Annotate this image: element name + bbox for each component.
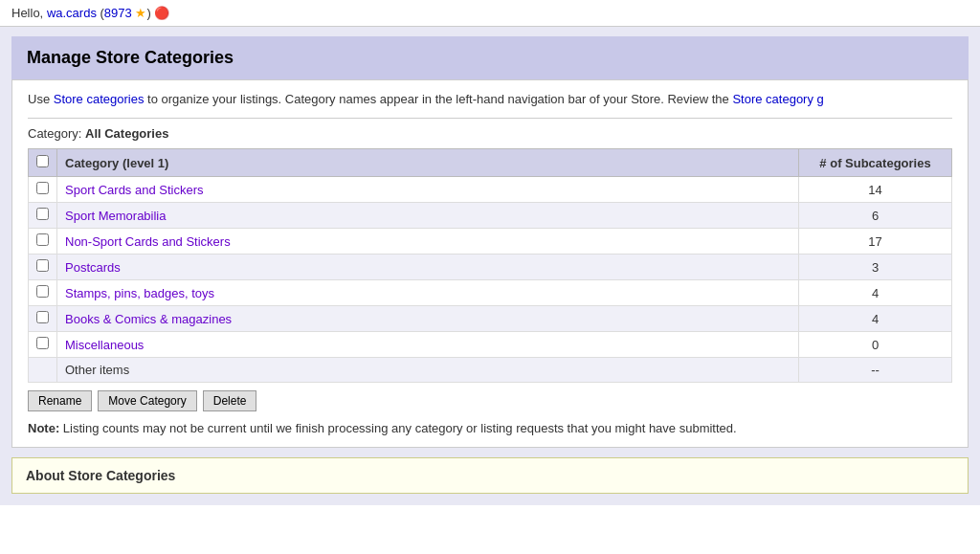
row-checkbox[interactable] bbox=[36, 233, 49, 246]
row-checkbox-cell bbox=[29, 203, 57, 229]
row-subcategories-count: 17 bbox=[799, 229, 952, 255]
other-items-row: Other items-- bbox=[29, 358, 952, 383]
row-checkbox[interactable] bbox=[36, 337, 49, 349]
table-row: Postcards3 bbox=[29, 255, 952, 280]
note-text: Listing counts may not be current until … bbox=[63, 421, 737, 435]
info-prefix: Use bbox=[28, 92, 50, 106]
note-paragraph: Note: Listing counts may not be current … bbox=[28, 421, 952, 435]
row-subcategories-count: 6 bbox=[799, 203, 952, 229]
row-checkbox-cell bbox=[29, 177, 57, 203]
row-category-name: Postcards bbox=[57, 255, 799, 280]
table-row: Miscellaneous0 bbox=[29, 332, 952, 358]
other-items-checkbox-cell bbox=[29, 358, 57, 383]
about-title: About Store Categories bbox=[26, 468, 954, 483]
header-subcategories-col: # of Subcategories bbox=[799, 149, 952, 177]
category-label-text: Category: bbox=[28, 126, 81, 141]
row-checkbox-cell bbox=[29, 332, 57, 358]
row-checkbox[interactable] bbox=[36, 311, 49, 323]
row-checkbox[interactable] bbox=[36, 285, 49, 298]
row-category-name: Non-Sport Cards and Stickers bbox=[57, 229, 799, 255]
username-link[interactable]: wa.cards bbox=[47, 6, 97, 20]
table-header-row: Category (level 1) # of Subcategories bbox=[29, 149, 952, 177]
table-row: Stamps, pins, badges, toys4 bbox=[29, 280, 952, 306]
row-category-name: Books & Comics & magazines bbox=[57, 306, 799, 332]
row-checkbox-cell bbox=[29, 306, 57, 332]
page-header: Manage Store Categories bbox=[11, 36, 969, 79]
row-category-name: Sport Memorabilia bbox=[57, 203, 799, 229]
divider bbox=[28, 118, 952, 119]
other-items-name: Other items bbox=[57, 358, 799, 383]
row-category-name: Miscellaneous bbox=[57, 332, 799, 358]
category-value: All Categories bbox=[85, 126, 168, 141]
category-name-link[interactable]: Postcards bbox=[65, 260, 121, 275]
row-checkbox[interactable] bbox=[36, 182, 49, 194]
category-label-row: Category: All Categories bbox=[28, 126, 952, 141]
note-label: Note: bbox=[28, 421, 59, 435]
header-category-col: Category (level 1) bbox=[57, 149, 799, 177]
store-category-guide-link[interactable]: Store category g bbox=[732, 92, 823, 106]
table-row: Sport Memorabilia6 bbox=[29, 203, 952, 229]
category-name-link[interactable]: Books & Comics & magazines bbox=[65, 312, 232, 326]
row-subcategories-count: 3 bbox=[799, 255, 952, 280]
row-category-name: Sport Cards and Stickers bbox=[57, 177, 799, 203]
category-name-link[interactable]: Non-Sport Cards and Stickers bbox=[65, 234, 231, 249]
category-name-link[interactable]: Stamps, pins, badges, toys bbox=[65, 286, 214, 300]
feedback-score-link[interactable]: 8973 bbox=[104, 6, 132, 20]
move-category-button[interactable]: Move Category bbox=[98, 390, 196, 411]
rename-button[interactable]: Rename bbox=[28, 390, 92, 411]
row-subcategories-count: 0 bbox=[799, 332, 952, 358]
table-row: Books & Comics & magazines4 bbox=[29, 306, 952, 332]
info-paragraph: Use Store categories to organize your li… bbox=[28, 92, 952, 106]
row-checkbox-cell bbox=[29, 255, 57, 280]
action-buttons-group: Rename Move Category Delete bbox=[28, 390, 952, 411]
table-row: Non-Sport Cards and Stickers17 bbox=[29, 229, 952, 255]
row-checkbox[interactable] bbox=[36, 259, 49, 272]
row-subcategories-count: 4 bbox=[799, 280, 952, 306]
page-title: Manage Store Categories bbox=[27, 48, 953, 68]
category-name-link[interactable]: Sport Cards and Stickers bbox=[65, 183, 204, 197]
star-icon: ★ bbox=[135, 6, 146, 20]
about-section: About Store Categories bbox=[11, 457, 969, 494]
category-name-link[interactable]: Miscellaneous bbox=[65, 338, 144, 352]
main-container: Manage Store Categories Use Store catego… bbox=[0, 27, 980, 505]
fire-icon: 🔴 bbox=[154, 6, 169, 20]
row-checkbox-cell bbox=[29, 229, 57, 255]
header-checkbox-col bbox=[29, 149, 57, 177]
row-checkbox[interactable] bbox=[36, 208, 49, 220]
category-name-link[interactable]: Sport Memorabilia bbox=[65, 209, 167, 223]
top-bar: Hello, wa.cards (8973 ★) 🔴 bbox=[0, 0, 980, 27]
greeting-text: Hello, bbox=[11, 6, 43, 20]
row-subcategories-count: 4 bbox=[799, 306, 952, 332]
select-all-checkbox[interactable] bbox=[36, 155, 49, 167]
other-items-subcategories: -- bbox=[799, 358, 952, 383]
table-row: Sport Cards and Stickers14 bbox=[29, 177, 952, 203]
row-subcategories-count: 14 bbox=[799, 177, 952, 203]
row-checkbox-cell bbox=[29, 280, 57, 306]
store-categories-link[interactable]: Store categories bbox=[54, 92, 145, 106]
row-category-name: Stamps, pins, badges, toys bbox=[57, 280, 799, 306]
delete-button[interactable]: Delete bbox=[203, 390, 257, 411]
categories-table: Category (level 1) # of Subcategories Sp… bbox=[28, 148, 952, 383]
content-area: Use Store categories to organize your li… bbox=[11, 79, 969, 448]
info-middle: to organize your listings. Category name… bbox=[147, 92, 729, 106]
